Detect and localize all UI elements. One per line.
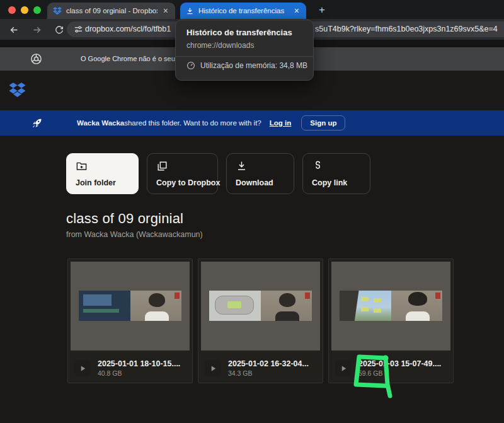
play-icon[interactable] bbox=[74, 360, 91, 376]
link-icon bbox=[312, 160, 324, 172]
play-icon[interactable] bbox=[335, 360, 352, 376]
thumb-detail bbox=[83, 309, 119, 313]
thumbnail-webcam bbox=[261, 291, 312, 321]
close-tab-icon[interactable]: × bbox=[293, 6, 301, 15]
file-card[interactable]: 2025-01-02 16-32-04... 34.3 GB bbox=[198, 258, 323, 383]
thumb-detail bbox=[145, 311, 169, 321]
tab-hover-card: Histórico de transferências chrome://dow… bbox=[175, 20, 314, 81]
thumb-detail bbox=[227, 301, 242, 308]
video-thumbnail[interactable] bbox=[331, 262, 450, 351]
rocket-icon bbox=[32, 117, 43, 131]
banner-text: Wacka Wacka shared this folder. Want to … bbox=[77, 110, 345, 136]
thumb-detail bbox=[215, 296, 254, 315]
file-size: 59.6 GB bbox=[358, 369, 441, 377]
browser-window: class of 09 orginial - Dropbox × Históri… bbox=[0, 0, 504, 423]
dropbox-favicon bbox=[53, 7, 62, 15]
file-size: 34.3 GB bbox=[228, 369, 309, 377]
divider bbox=[176, 56, 313, 57]
thumb-detail bbox=[279, 293, 295, 307]
memory-usage-text: Utilização de memória: 34,8 MB bbox=[200, 61, 307, 70]
page-title: class of 09 orginial bbox=[66, 211, 183, 227]
thumbnail-scene-left bbox=[79, 291, 130, 321]
file-size: 40.8 GB bbox=[98, 369, 180, 377]
thumb-detail bbox=[408, 292, 427, 306]
tab-title: class of 09 orginial - Dropbox bbox=[66, 7, 158, 14]
reload-button[interactable] bbox=[52, 22, 67, 37]
zoom-window-button[interactable] bbox=[33, 6, 41, 14]
download-button[interactable]: Download bbox=[226, 153, 294, 194]
thumb-detail bbox=[305, 293, 310, 299]
hover-card-url: chrome://downloads bbox=[186, 41, 254, 50]
video-thumbnail[interactable] bbox=[71, 262, 190, 351]
banner-message: shared this folder. Want to do more with… bbox=[124, 119, 261, 127]
file-footer: 2025-01-02 16-32-04... 34.3 GB bbox=[198, 353, 323, 383]
page-subtitle: from Wacka Wacka (Wackawackamun) bbox=[66, 230, 203, 239]
chrome-icon bbox=[30, 53, 42, 67]
action-label: Copy to Dropbox bbox=[156, 178, 220, 187]
thumb-detail bbox=[340, 291, 359, 321]
dropbox-logo[interactable] bbox=[9, 83, 26, 100]
join-folder-button[interactable]: Join folder bbox=[66, 153, 139, 194]
log-in-link[interactable]: Log in bbox=[270, 119, 292, 127]
action-label: Join folder bbox=[76, 178, 116, 187]
tab-downloads[interactable]: Histórico de transferências × bbox=[180, 3, 306, 19]
shared-folder-banner: Wacka Wacka shared this folder. Want to … bbox=[0, 110, 504, 136]
thumbnail-preview bbox=[79, 291, 181, 321]
new-tab-button[interactable]: + bbox=[315, 3, 329, 17]
thumb-detail bbox=[275, 311, 299, 321]
sharer-name: Wacka Wacka bbox=[77, 119, 124, 127]
file-name[interactable]: 2025-01-03 15-07-49.... bbox=[358, 359, 441, 368]
thumb-detail bbox=[83, 294, 112, 306]
copy-link-button[interactable]: Copy link bbox=[302, 153, 370, 194]
sign-up-button[interactable]: Sign up bbox=[301, 115, 345, 130]
tab-strip: class of 09 orginial - Dropbox × Históri… bbox=[0, 0, 504, 19]
close-window-button[interactable] bbox=[8, 6, 16, 14]
forward-button[interactable] bbox=[29, 22, 44, 37]
action-label: Copy link bbox=[312, 178, 347, 187]
site-settings-icon[interactable] bbox=[74, 25, 83, 37]
file-card[interactable]: 2025-01-01 18-10-15.... 40.8 GB bbox=[67, 258, 193, 383]
thumbnail-preview bbox=[209, 291, 312, 321]
action-label: Download bbox=[236, 178, 273, 187]
hover-card-title: Histórico de transferências bbox=[186, 28, 292, 37]
thumbnail-preview bbox=[340, 291, 442, 321]
tab-dropbox[interactable]: class of 09 orginial - Dropbox × bbox=[47, 3, 175, 19]
close-tab-icon[interactable]: × bbox=[162, 6, 169, 15]
url-text-left: dropbox.com/scl/fo/tfbb1 bbox=[85, 21, 171, 37]
thumb-detail bbox=[361, 297, 369, 301]
copy-to-dropbox-button[interactable]: Copy to Dropbox bbox=[147, 153, 218, 194]
file-card[interactable]: 2025-01-03 15-07-49.... 59.6 GB bbox=[328, 258, 454, 383]
minimize-window-button[interactable] bbox=[21, 6, 28, 14]
file-footer: 2025-01-03 15-07-49.... 59.6 GB bbox=[329, 353, 453, 383]
thumb-detail bbox=[149, 293, 165, 307]
file-footer: 2025-01-01 18-10-15.... 40.8 GB bbox=[68, 353, 192, 383]
back-button[interactable] bbox=[6, 22, 21, 37]
thumb-detail bbox=[435, 293, 440, 299]
thumbnail-scene-left bbox=[340, 291, 391, 321]
memory-usage-row: Utilização de memória: 34,8 MB bbox=[186, 61, 307, 70]
file-name[interactable]: 2025-01-02 16-32-04... bbox=[228, 359, 309, 368]
thumb-detail bbox=[175, 293, 180, 299]
macos-window-controls bbox=[8, 6, 41, 14]
play-icon[interactable] bbox=[205, 360, 221, 376]
tab-title: Histórico de transferências bbox=[198, 7, 289, 14]
folder-plus-icon bbox=[76, 160, 88, 172]
download-icon bbox=[186, 7, 194, 15]
download-icon bbox=[236, 160, 248, 172]
thumbnail-webcam bbox=[391, 291, 443, 321]
thumbnail-scene-left bbox=[209, 291, 261, 321]
file-grid: 2025-01-01 18-10-15.... 40.8 GB bbox=[67, 258, 454, 383]
speedometer-icon bbox=[186, 61, 195, 70]
action-buttons-row: Join folder Copy to Dropbox Download Cop… bbox=[66, 153, 370, 194]
file-name[interactable]: 2025-01-01 18-10-15.... bbox=[98, 359, 180, 368]
copy-icon bbox=[156, 160, 168, 172]
thumb-detail bbox=[406, 311, 430, 321]
video-thumbnail[interactable] bbox=[201, 262, 320, 351]
url-text-right: s5uT4b9k?rlkey=fhm6s1b0eo3jxps3n1z69svx5… bbox=[315, 21, 498, 37]
thumbnail-webcam bbox=[130, 291, 182, 321]
